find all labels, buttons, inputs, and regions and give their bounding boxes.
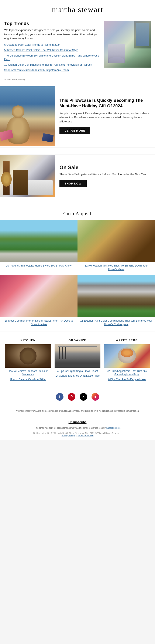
sale-content-block: On Sale These Best-Selling Accent Pieces… xyxy=(55,155,155,197)
email-note-text: This email was sent to: xxxx@gmail.com |… xyxy=(34,427,106,429)
curb-appeal-image-1 xyxy=(0,220,77,262)
trend-link-5[interactable]: Shop Amazon's Mirrors to Instantly Brigh… xyxy=(4,68,100,72)
social-links-section: f P ✕ ■ xyxy=(0,388,155,404)
curb-appeal-link-2[interactable]: 12 Renovation Mistakes That Are Bringing… xyxy=(77,262,155,275)
sponsored-label: Sponsored by Blissy xyxy=(0,77,155,82)
appetizers-column: APPETIZERS 22 Grilled Appetizers That Tu… xyxy=(102,338,152,382)
trend-link-4[interactable]: 19 Kitchen Color Combinations to Inspire… xyxy=(4,63,100,67)
on-sale-section: On Sale These Best-Selling Accent Pieces… xyxy=(0,154,155,197)
privacy-policy-link[interactable]: Privacy Policy xyxy=(62,434,75,437)
sale-shop-now-button[interactable]: SHOP NOW xyxy=(59,180,87,187)
header: martha stewart xyxy=(0,0,155,18)
organize-label: ORGANIZE xyxy=(69,338,87,342)
curb-appeal-link-3[interactable]: 16 Most Common Interior Design Styles, F… xyxy=(0,317,77,330)
unsubscribe-link[interactable]: Unsubscribe xyxy=(0,418,155,426)
footer-address: Dotdash Meredith, 225 Liberty St, 4th Fl… xyxy=(0,431,155,440)
brand-title: martha stewart xyxy=(4,5,151,14)
footer-disclaimer: We independently evaluate all recommende… xyxy=(0,408,155,414)
kitchen-label: KITCHEN xyxy=(20,338,36,342)
divider-2 xyxy=(0,148,155,148)
appetizers-link-2[interactable]: 6 Dips That Are So Easy to Make xyxy=(108,378,146,381)
trends-image xyxy=(104,21,151,74)
trends-text-block: Top Trends We tapped experienced designe… xyxy=(4,21,100,74)
divider-4 xyxy=(0,386,155,386)
curb-appeal-image-2 xyxy=(77,220,155,262)
pillowcase-ad-description: People usually want TVs, video games, th… xyxy=(59,111,151,124)
trends-description: We tapped experienced designers to help … xyxy=(4,28,100,40)
twitter-icon[interactable]: ✕ xyxy=(80,393,87,401)
divider-6 xyxy=(0,416,155,416)
sale-image-placeholder xyxy=(0,155,55,197)
divider-5 xyxy=(0,406,155,406)
trends-heading: Top Trends xyxy=(4,21,100,26)
curb-appeal-image-3 xyxy=(0,275,77,317)
pillowcase-ad-image xyxy=(0,86,55,146)
spacer-1 xyxy=(0,150,155,153)
kitchen-link-1[interactable]: How to Remove Stubborn Stains on Stonewa… xyxy=(5,370,51,376)
pinterest-icon[interactable]: P xyxy=(68,393,75,401)
organize-link-1[interactable]: 4 Tips for Organizing a Small Closet xyxy=(57,370,98,373)
trend-link-1[interactable]: 6 Outdated Paint Color Trends to Retire … xyxy=(4,43,100,47)
company-name: Dotdash Meredith, 225 Liberty St, 4th Fl… xyxy=(4,432,151,434)
curb-appeal-title: Curb Appeal xyxy=(0,204,155,220)
organize-image xyxy=(55,344,101,368)
curb-appeal-item-2: 12 Renovation Mistakes That Are Bringing… xyxy=(77,220,155,275)
appetizers-label: APPETIZERS xyxy=(116,338,138,342)
organize-link-2[interactable]: 14 Garage and Shed Organization Tips xyxy=(55,374,100,378)
pillowcase-image-placeholder xyxy=(0,86,55,146)
spacer-3 xyxy=(0,201,155,204)
footer-legal-text: This email was sent to: xxxx@gmail.com |… xyxy=(0,426,155,431)
pillowcase-learn-more-button[interactable]: LEARN MORE xyxy=(59,127,90,134)
subscribe-link[interactable]: Subscribe here xyxy=(106,427,121,429)
divider-3 xyxy=(0,332,155,332)
bottom-categories-section: KITCHEN How to Remove Stubborn Stains on… xyxy=(0,334,155,384)
kitchen-image xyxy=(5,344,51,368)
pillowcase-ad-section: This Pillowcase Is Quickly Becoming The … xyxy=(0,86,155,146)
trends-links: 6 Outdated Paint Color Trends to Retire … xyxy=(4,43,100,72)
curb-appeal-image-4 xyxy=(77,275,155,317)
sale-description: These Best-Selling Accent Pieces Refresh… xyxy=(59,172,151,176)
spacer-2 xyxy=(0,197,155,201)
curb-appeal-item-1: 20 Popular Architectural Home Styles You… xyxy=(0,220,77,275)
appetizers-link-1[interactable]: 22 Grilled Appetizers That Turn Any Gath… xyxy=(104,370,150,376)
curb-appeal-link-1[interactable]: 20 Popular Architectural Home Styles You… xyxy=(0,262,77,271)
pillowcase-ad-content: This Pillowcase Is Quickly Becoming The … xyxy=(55,86,155,146)
curb-appeal-link-4[interactable]: 11 Exterior Paint Color Combinations Tha… xyxy=(77,317,155,330)
trends-hero-image xyxy=(104,21,151,68)
trend-link-3[interactable]: The Difference Between Soft White and Da… xyxy=(4,54,100,62)
pillowcase-ad-heading: This Pillowcase Is Quickly Becoming The … xyxy=(59,98,151,108)
top-trends-section: Top Trends We tapped experienced designe… xyxy=(0,18,155,77)
trend-link-2[interactable]: 5 Kitchen Cabinet Paint Colors That Will… xyxy=(4,48,100,52)
facebook-icon[interactable]: f xyxy=(56,393,63,401)
curb-appeal-item-4: 11 Exterior Paint Color Combinations Tha… xyxy=(77,275,155,330)
sale-heading: On Sale xyxy=(59,164,151,170)
kitchen-link-2[interactable]: How to Clean a Cast-Iron Skillet xyxy=(10,378,46,381)
curb-appeal-item-3: 16 Most Common Interior Design Styles, F… xyxy=(0,275,77,330)
sale-image-block xyxy=(0,155,55,197)
curb-appeal-grid: 20 Popular Architectural Home Styles You… xyxy=(0,220,155,330)
organize-column: ORGANIZE 4 Tips for Organizing a Small C… xyxy=(53,338,102,382)
footer-links: Privacy Policy | Terms of Service xyxy=(4,434,151,437)
terms-link[interactable]: Terms of Service xyxy=(78,434,93,437)
kitchen-column: KITCHEN How to Remove Stubborn Stains on… xyxy=(3,338,53,382)
divider-1 xyxy=(0,84,155,84)
instagram-icon[interactable]: ■ xyxy=(92,393,99,401)
appetizers-image xyxy=(104,344,150,368)
